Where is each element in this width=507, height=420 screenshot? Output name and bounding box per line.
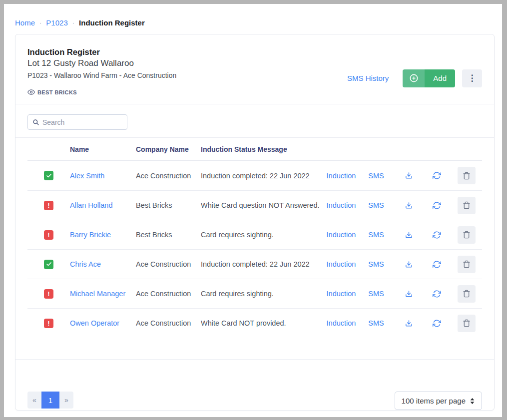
induction-error-icon: !	[44, 319, 53, 328]
refresh-icon	[433, 319, 441, 328]
download-button[interactable]	[395, 260, 423, 269]
table-row: ! Allan Holland Best Bricks White Card q…	[27, 190, 482, 220]
add-button[interactable]: Add	[403, 69, 455, 87]
induction-status-message: Induction completed: 22 Jun 2022	[201, 260, 325, 268]
worker-name-link[interactable]: Michael Manager	[70, 290, 125, 298]
induction-status-message: Card requires sighting.	[201, 290, 325, 298]
refresh-button[interactable]	[423, 171, 451, 180]
sms-link[interactable]: SMS	[368, 319, 384, 327]
induction-register-card: Induction Register Lot 12 Gusty Road Wal…	[15, 34, 495, 411]
induction-table: Name Company Name Induction Status Messa…	[15, 138, 494, 360]
trash-icon	[463, 319, 471, 327]
pagination-prev-button[interactable]: «	[27, 392, 41, 409]
table-row: ! Owen Operator Ace Construction White C…	[27, 308, 482, 338]
site-address: Lot 12 Gusty Road Wallaroo	[27, 57, 176, 69]
download-icon	[405, 201, 413, 210]
refresh-button[interactable]	[423, 231, 451, 239]
induction-error-icon: !	[44, 201, 53, 210]
eye-icon	[27, 88, 35, 96]
trash-icon	[463, 201, 471, 209]
download-button[interactable]	[395, 319, 423, 328]
sms-link[interactable]: SMS	[368, 260, 384, 268]
trash-icon	[463, 172, 471, 180]
card-header: Induction Register Lot 12 Gusty Road Wal…	[15, 34, 494, 104]
table-row: ! Michael Manager Ace Construction Card …	[27, 279, 482, 308]
download-icon	[405, 171, 413, 180]
column-message: Induction Status Message	[201, 145, 325, 153]
project-line: P1023 - Wallaroo Wind Farm - Ace Constru…	[27, 70, 176, 80]
breadcrumb-home-link[interactable]: Home	[15, 18, 35, 27]
download-icon	[405, 290, 413, 298]
delete-button[interactable]	[458, 285, 476, 303]
breadcrumb-separator: ·	[39, 19, 41, 26]
delete-button[interactable]	[458, 256, 476, 273]
sms-link[interactable]: SMS	[368, 172, 384, 180]
pagination: « 1 »	[27, 392, 73, 409]
induction-link[interactable]: Induction	[327, 231, 356, 239]
company-name: Ace Construction	[136, 290, 201, 298]
worker-name-link[interactable]: Barry Brickie	[70, 231, 111, 239]
worker-name-link[interactable]: Chris Ace	[70, 260, 101, 268]
items-per-page-label: 100 items per page	[402, 397, 466, 405]
company-name: Ace Construction	[136, 172, 201, 180]
delete-button[interactable]	[458, 315, 476, 332]
breadcrumb: Home · P1023 · Induction Register	[4, 4, 502, 33]
items-per-page-select[interactable]: 100 items per page	[395, 392, 482, 410]
download-icon	[405, 231, 413, 239]
more-options-button[interactable]: ⋮	[462, 69, 482, 87]
refresh-button[interactable]	[423, 319, 451, 328]
delete-button[interactable]	[458, 167, 476, 184]
company-name: Ace Construction	[136, 260, 201, 268]
download-button[interactable]	[395, 171, 423, 180]
table-row: Alex Smith Ace Construction Induction co…	[27, 161, 482, 190]
page-title: Induction Register	[27, 46, 176, 57]
induction-link[interactable]: Induction	[327, 290, 356, 298]
sms-link[interactable]: SMS	[368, 290, 384, 298]
induction-link[interactable]: Induction	[327, 201, 356, 209]
download-icon	[405, 319, 413, 328]
delete-button[interactable]	[458, 197, 476, 214]
refresh-button[interactable]	[423, 290, 451, 298]
breadcrumb-project-link[interactable]: P1023	[46, 18, 67, 27]
table-row: Chris Ace Ace Construction Induction com…	[27, 249, 482, 279]
induction-link[interactable]: Induction	[327, 319, 356, 327]
refresh-button[interactable]	[423, 260, 451, 269]
sms-history-link[interactable]: SMS History	[347, 74, 389, 82]
induction-link[interactable]: Induction	[327, 172, 356, 180]
download-button[interactable]	[395, 290, 423, 298]
refresh-button[interactable]	[423, 201, 451, 210]
download-button[interactable]	[395, 201, 423, 210]
search-input[interactable]	[42, 118, 122, 126]
header-actions: SMS History Add ⋮	[347, 60, 482, 96]
company-name: Ace Construction	[136, 319, 201, 327]
trash-icon	[463, 290, 471, 298]
add-button-label: Add	[425, 69, 455, 87]
worker-name-link[interactable]: Allan Holland	[70, 201, 112, 209]
column-company: Company Name	[136, 145, 201, 153]
card-footer: « 1 » 100 items per page	[15, 381, 494, 410]
refresh-icon	[433, 201, 441, 210]
sms-link[interactable]: SMS	[368, 201, 384, 209]
induction-complete-icon	[44, 171, 53, 180]
induction-status-message: Induction completed: 22 Jun 2022	[201, 172, 325, 180]
delete-button[interactable]	[458, 226, 476, 244]
download-button[interactable]	[395, 231, 423, 239]
search-box	[27, 114, 127, 130]
refresh-icon	[433, 290, 441, 298]
breadcrumb-current-page: Induction Register	[79, 18, 145, 27]
breadcrumb-separator: ·	[72, 19, 74, 26]
window-frame: Home · P1023 · Induction Register Induct…	[0, 0, 507, 420]
worker-name-link[interactable]: Owen Operator	[70, 319, 119, 327]
download-icon	[405, 260, 413, 269]
kebab-menu-icon: ⋮	[468, 73, 477, 83]
table-row: ! Barry Brickie Best Bricks Card require…	[27, 220, 482, 249]
worker-name-link[interactable]: Alex Smith	[70, 172, 104, 180]
sms-link[interactable]: SMS	[368, 231, 384, 239]
pagination-next-button[interactable]: »	[59, 392, 73, 409]
select-arrows-icon	[470, 398, 475, 405]
induction-link[interactable]: Induction	[327, 260, 356, 268]
trash-icon	[463, 231, 471, 239]
header-text-block: Induction Register Lot 12 Gusty Road Wal…	[27, 46, 176, 96]
trash-icon	[463, 260, 471, 268]
pagination-page-1-button[interactable]: 1	[41, 392, 59, 409]
